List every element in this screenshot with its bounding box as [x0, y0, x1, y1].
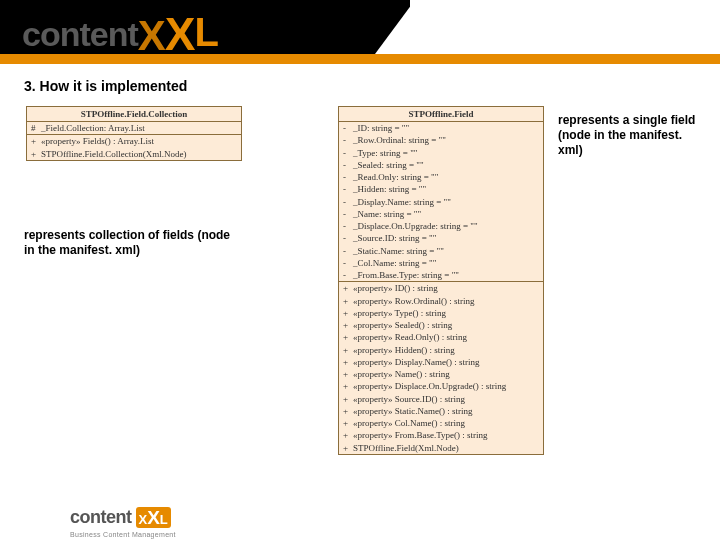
member-text: «property» Type() : string — [353, 308, 539, 319]
uml-member-row: +«property» Display.Name() : string — [339, 356, 543, 368]
uml-member-row: -_Display.Name: string = "" — [339, 196, 543, 208]
uml-member-row: +«property» ID() : string — [339, 282, 543, 294]
uml-title: STPOffline.Field — [339, 107, 543, 122]
footer-logo-text: content — [70, 507, 132, 528]
slide: contentXXL 3. How it is implemented STPO… — [0, 0, 720, 540]
visibility-symbol: - — [343, 270, 353, 281]
uml-member-row: -_Source.ID: string = "" — [339, 232, 543, 244]
uml-member-row: -_Type: string = "" — [339, 147, 543, 159]
uml-class-field: STPOffline.Field -_ID: string = ""-_Row.… — [338, 106, 544, 455]
visibility-symbol: - — [343, 246, 353, 257]
visibility-symbol: - — [343, 233, 353, 244]
badge-x1: X — [139, 512, 148, 527]
footer-tagline: Business Content Management — [70, 531, 176, 538]
uml-member-row: +«property» Row.Ordinal() : string — [339, 295, 543, 307]
top-logo-x2: X — [165, 7, 195, 61]
member-text: _ID: string = "" — [353, 123, 539, 134]
member-text: STPOffline.Field(Xml.Node) — [353, 443, 539, 454]
member-text: _Hidden: string = "" — [353, 184, 539, 195]
visibility-symbol: + — [31, 149, 41, 160]
uml-attributes: #_Field.Collection: Array.List — [27, 122, 241, 135]
uml-operations: +«property» ID() : string+«property» Row… — [339, 282, 543, 454]
badge-x2: X — [147, 508, 160, 527]
visibility-symbol: - — [343, 148, 353, 159]
uml-member-row: -_Displace.On.Upgrade: string = "" — [339, 220, 543, 232]
member-text: «property» Fields() : Array.List — [41, 136, 237, 147]
member-text: «property» Row.Ordinal() : string — [353, 296, 539, 307]
banner-notch — [410, 0, 720, 54]
visibility-symbol: + — [343, 394, 353, 405]
top-logo-l: L — [194, 10, 217, 54]
visibility-symbol: - — [343, 209, 353, 220]
footer-logo-badge: XXL — [136, 507, 171, 528]
caption-field: represents a single field (node in the m… — [558, 113, 708, 158]
uml-title: STPOffline.Field.Collection — [27, 107, 241, 122]
member-text: «property» Display.Name() : string — [353, 357, 539, 368]
member-text: _Field.Collection: Array.List — [41, 123, 237, 134]
visibility-symbol: - — [343, 221, 353, 232]
uml-member-row: -_From.Base.Type: string = "" — [339, 269, 543, 281]
uml-member-row: -_Row.Ordinal: string = "" — [339, 134, 543, 146]
visibility-symbol: - — [343, 172, 353, 183]
uml-class-collection: STPOffline.Field.Collection #_Field.Coll… — [26, 106, 242, 161]
badge-l: L — [160, 512, 168, 527]
visibility-symbol: + — [343, 308, 353, 319]
uml-member-row: -_Hidden: string = "" — [339, 183, 543, 195]
uml-member-row: +«property» Static.Name() : string — [339, 405, 543, 417]
visibility-symbol: + — [343, 320, 353, 331]
uml-member-row: +«property» Type() : string — [339, 307, 543, 319]
uml-member-row: -_Name: string = "" — [339, 208, 543, 220]
top-logo-text: content — [22, 15, 138, 53]
member-text: «property» Displace.On.Upgrade() : strin… — [353, 381, 539, 392]
visibility-symbol: + — [343, 357, 353, 368]
member-text: _From.Base.Type: string = "" — [353, 270, 539, 281]
member-text: _Read.Only: string = "" — [353, 172, 539, 183]
uml-member-row: +«property» Col.Name() : string — [339, 417, 543, 429]
member-text: _Col.Name: string = "" — [353, 258, 539, 269]
uml-member-row: +«property» Name() : string — [339, 368, 543, 380]
uml-member-row: +«property» Sealed() : string — [339, 319, 543, 331]
visibility-symbol: + — [343, 345, 353, 356]
visibility-symbol: - — [343, 160, 353, 171]
member-text: _Sealed: string = "" — [353, 160, 539, 171]
visibility-symbol: + — [343, 443, 353, 454]
member-text: «property» Col.Name() : string — [353, 418, 539, 429]
visibility-symbol: + — [343, 296, 353, 307]
visibility-symbol: + — [31, 136, 41, 147]
member-text: «property» From.Base.Type() : string — [353, 430, 539, 441]
uml-member-row: +STPOffline.Field.Collection(Xml.Node) — [27, 148, 241, 160]
member-text: _Source.ID: string = "" — [353, 233, 539, 244]
uml-member-row: +«property» Displace.On.Upgrade() : stri… — [339, 380, 543, 392]
member-text: «property» Static.Name() : string — [353, 406, 539, 417]
banner-slant — [375, 0, 415, 54]
member-text: _Name: string = "" — [353, 209, 539, 220]
footer-logo: content XXL — [70, 507, 171, 528]
uml-member-row: -_Sealed: string = "" — [339, 159, 543, 171]
visibility-symbol: + — [343, 283, 353, 294]
uml-member-row: #_Field.Collection: Array.List — [27, 122, 241, 134]
uml-member-row: +STPOffline.Field(Xml.Node) — [339, 442, 543, 454]
top-logo: contentXXL — [22, 3, 218, 57]
visibility-symbol: + — [343, 406, 353, 417]
uml-member-row: +«property» Fields() : Array.List — [27, 135, 241, 147]
caption-collection: represents collection of fields (node in… — [24, 228, 244, 258]
uml-member-row: -_Static.Name: string = "" — [339, 245, 543, 257]
visibility-symbol: - — [343, 135, 353, 146]
visibility-symbol: - — [343, 258, 353, 269]
member-text: _Row.Ordinal: string = "" — [353, 135, 539, 146]
member-text: _Display.Name: string = "" — [353, 197, 539, 208]
member-text: STPOffline.Field.Collection(Xml.Node) — [41, 149, 237, 160]
member-text: _Static.Name: string = "" — [353, 246, 539, 257]
visibility-symbol: + — [343, 381, 353, 392]
section-heading: 3. How it is implemented — [24, 78, 187, 94]
uml-member-row: +«property» Hidden() : string — [339, 344, 543, 356]
visibility-symbol: + — [343, 430, 353, 441]
visibility-symbol: - — [343, 123, 353, 134]
member-text: «property» ID() : string — [353, 283, 539, 294]
member-text: _Type: string = "" — [353, 148, 539, 159]
uml-member-row: +«property» From.Base.Type() : string — [339, 429, 543, 441]
uml-member-row: -_ID: string = "" — [339, 122, 543, 134]
member-text: «property» Read.Only() : string — [353, 332, 539, 343]
visibility-symbol: + — [343, 332, 353, 343]
uml-member-row: +«property» Read.Only() : string — [339, 331, 543, 343]
